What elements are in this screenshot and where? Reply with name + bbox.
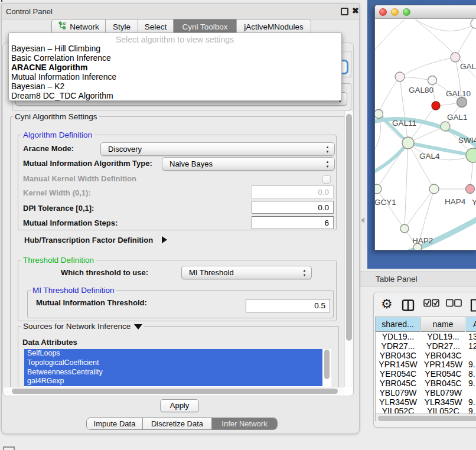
dropdown-item-dream8[interactable]: Dream8 DC_TDC Algorithm <box>11 91 113 100</box>
gear-icon[interactable]: ⚙ <box>381 297 393 311</box>
table-row[interactable]: YIL052CYIL052C9. <box>376 407 476 413</box>
cell-shared-name[interactable]: YPR145W <box>376 360 420 370</box>
network-edge[interactable] <box>405 143 408 229</box>
network-window-titlebar[interactable] <box>375 5 476 19</box>
close-window-icon[interactable]: ✖ <box>352 6 359 15</box>
tab-cyni-toolbox[interactable]: Cyni Toolbox <box>174 19 237 34</box>
table-row[interactable]: YDL19...YDL19...13 <box>376 332 476 342</box>
cell-value[interactable]: 9. <box>466 379 476 389</box>
dropdown-item-basic-correlation[interactable]: Basic Correlation Inference <box>11 53 111 63</box>
select-all-checkboxes-icon[interactable] <box>423 299 439 309</box>
network-node[interactable] <box>402 137 414 149</box>
cell-shared-name[interactable]: YBL079W <box>376 389 420 398</box>
network-node[interactable] <box>395 72 405 81</box>
cell-value[interactable]: 8. <box>466 370 476 379</box>
cell-name[interactable]: YBR043C <box>421 351 465 361</box>
network-node[interactable] <box>466 148 476 162</box>
cell-value[interactable]: 13 <box>466 332 476 342</box>
cell-value[interactable] <box>466 351 476 361</box>
network-node[interactable] <box>471 19 476 28</box>
deselect-all-checkboxes-icon[interactable] <box>446 299 462 309</box>
list-item-selected[interactable]: TopologicalCoefficient <box>24 358 322 368</box>
network-edge[interactable] <box>400 77 408 143</box>
network-edge[interactable] <box>400 57 455 77</box>
collapse-down-icon[interactable] <box>134 324 142 330</box>
network-node[interactable] <box>457 97 467 107</box>
table-horizontal-scrollbar[interactable] <box>376 413 476 421</box>
cell-value[interactable]: 9. <box>466 360 476 370</box>
network-edge-thick[interactable] <box>375 143 408 173</box>
expand-right-icon[interactable] <box>162 236 167 243</box>
network-edge[interactable] <box>379 77 400 114</box>
mi-steps-field[interactable]: 6 <box>252 216 334 229</box>
split-columns-icon[interactable] <box>402 299 415 314</box>
tab-select[interactable]: Select <box>138 19 174 34</box>
cell-value[interactable]: 12 <box>466 342 476 351</box>
cell-name[interactable]: YBL079W <box>421 389 465 398</box>
network-edge[interactable] <box>405 189 434 229</box>
apply-button[interactable]: Apply <box>160 399 199 412</box>
column-header-name[interactable]: name <box>421 317 465 332</box>
network-node[interactable] <box>466 185 475 194</box>
cell-shared-name[interactable]: YDR27... <box>376 342 420 351</box>
cell-shared-name[interactable]: YLR345W <box>376 398 420 407</box>
manual-kernel-width-checkbox[interactable] <box>322 175 331 184</box>
dropdown-item-aracne[interactable]: ARACNE Algorithm <box>11 63 87 72</box>
dropdown-item-bayesian-k2[interactable]: Bayesian – K2 <box>11 81 64 91</box>
table-horizontal-scrollbar-thumb[interactable] <box>378 416 476 421</box>
network-edge[interactable] <box>375 19 410 54</box>
which-threshold-combobox[interactable]: MI Threshold ▲▼ <box>181 266 312 279</box>
cell-shared-name[interactable]: YDL19... <box>376 332 420 342</box>
minimize-traffic-light-icon[interactable] <box>391 8 399 16</box>
table-row[interactable]: YER054CYER054C8. <box>376 370 476 379</box>
document-icon[interactable] <box>470 299 476 314</box>
network-node[interactable] <box>375 184 382 194</box>
bottom-left-widget[interactable] <box>3 446 15 450</box>
network-node[interactable] <box>375 110 383 119</box>
table-row[interactable]: YBL079WYBL079W <box>376 389 476 398</box>
cell-shared-name[interactable]: YBR045C <box>376 379 420 389</box>
settings-horizontal-scrollbar[interactable] <box>4 387 344 396</box>
list-item-selected[interactable]: gal4RGexp <box>24 377 322 386</box>
column-header-shared-name[interactable]: shared... <box>376 317 420 332</box>
cell-name[interactable]: YIL052C <box>421 407 465 413</box>
table-row[interactable]: YDR27...YDR27...12 <box>376 342 476 351</box>
network-graph[interactable]: GAL7GAL80GAL10GAL1GAL11SWI4GAL4GCY1HAP4Y… <box>375 19 476 250</box>
network-node[interactable] <box>428 76 437 85</box>
dropdown-item-bayesian-hill-climbing[interactable]: Bayesian – Hill Climbing <box>11 44 100 53</box>
tab-impute-data[interactable]: Impute Data <box>87 418 143 429</box>
list-item-selected[interactable]: SelfLoops <box>24 349 322 358</box>
network-edge[interactable] <box>408 143 434 189</box>
settings-horizontal-scrollbar-thumb[interactable] <box>12 389 338 394</box>
cell-name[interactable]: YPR145W <box>421 360 465 370</box>
list-item-selected[interactable]: BetweennessCentrality <box>24 368 322 377</box>
column-header-partial[interactable]: A <box>466 317 476 332</box>
mi-algorithm-type-combobox[interactable]: Naive Bayes ▲▼ <box>162 157 335 171</box>
cell-value[interactable]: 9. <box>466 398 476 407</box>
control-panel-titlebar[interactable]: Control Panel ✖ <box>2 4 359 19</box>
network-edge[interactable] <box>410 19 475 31</box>
cell-name[interactable]: YDR27... <box>421 342 465 351</box>
table-row[interactable]: YBR045CYBR045C9. <box>376 379 476 389</box>
splitpane-collapse-icon[interactable] <box>361 217 364 223</box>
cell-name[interactable]: YDL19... <box>421 332 465 342</box>
close-traffic-light-icon[interactable] <box>379 8 387 16</box>
tab-style[interactable]: Style <box>106 19 138 34</box>
tab-network[interactable]: Network <box>52 19 106 34</box>
cell-value[interactable] <box>466 389 476 398</box>
table-row[interactable]: YPR145WYPR145W9. <box>376 360 476 370</box>
settings-vertical-scrollbar[interactable] <box>344 111 353 387</box>
cell-shared-name[interactable]: YER054C <box>376 370 420 379</box>
float-window-icon[interactable] <box>341 8 348 15</box>
tab-jactivemnodules[interactable]: jActiveMNodules <box>237 19 311 34</box>
network-view-window[interactable]: GAL7GAL80GAL10GAL1GAL11SWI4GAL4GCY1HAP4Y… <box>374 5 476 250</box>
network-node[interactable] <box>451 53 460 62</box>
settings-vertical-scrollbar-thumb[interactable] <box>346 114 352 341</box>
list-scrollbar-thumb[interactable] <box>324 350 330 379</box>
kernel-width-field[interactable]: 0.0 <box>252 185 334 198</box>
dpi-tolerance-field[interactable]: 0.0 <box>252 201 334 214</box>
network-node[interactable] <box>432 102 440 110</box>
aracne-mode-combobox[interactable]: Discovery ▲▼ <box>100 142 335 156</box>
tab-infer-network[interactable]: Infer Network <box>212 418 277 429</box>
cell-value[interactable]: 9. <box>466 407 476 413</box>
